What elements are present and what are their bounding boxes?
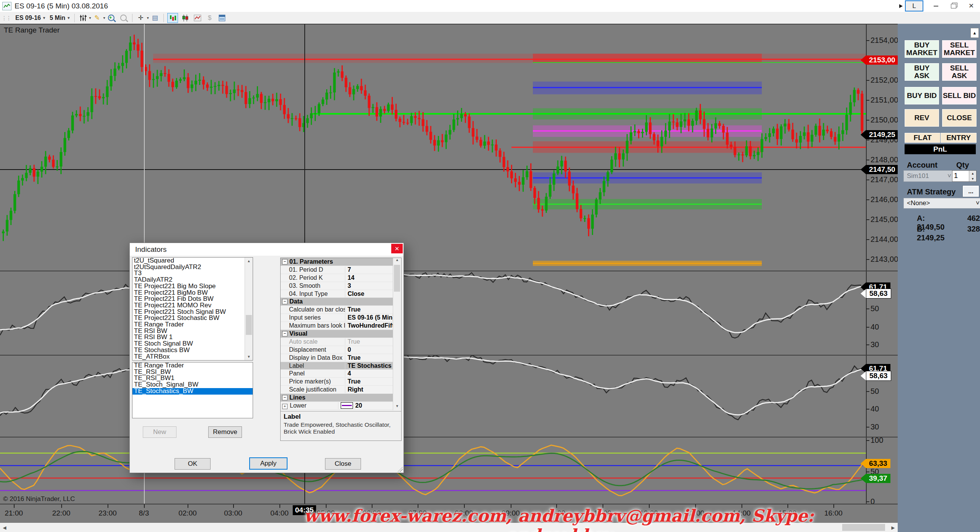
scroll-right-icon[interactable]: ►	[889, 523, 898, 532]
drawing-tools-icon[interactable]: ✎	[92, 13, 102, 23]
parameter-section[interactable]: −Data	[281, 298, 393, 306]
new-button: New	[143, 426, 176, 438]
chevron-down-icon[interactable]: ▾	[103, 16, 105, 20]
minimize-button[interactable]	[927, 0, 945, 12]
close-button[interactable]: ✕	[962, 0, 980, 12]
parameter-row[interactable]: +Lower20	[281, 402, 393, 410]
chevron-down-icon[interactable]: ▾	[147, 16, 149, 20]
parameter-section[interactable]: −Visual	[281, 330, 393, 338]
grid-scrollbar[interactable]: ▲ ▼	[393, 258, 401, 410]
chevron-down-icon: ˅	[976, 199, 980, 207]
account-select[interactable]: Sim101˅	[903, 170, 955, 182]
reverse-button[interactable]: REV	[905, 109, 939, 127]
snapshot-icon[interactable]: ▤	[150, 13, 160, 23]
indicators-icon[interactable]	[78, 13, 88, 23]
ok-button[interactable]: OK	[175, 458, 211, 470]
atm-strategy-select[interactable]: <None>˅	[903, 198, 980, 209]
sell-market-button[interactable]: SELL MARKET	[942, 40, 977, 58]
interval-dropdown[interactable]: 5 Min▾	[47, 13, 72, 23]
flat-button[interactable]: FLAT	[905, 133, 941, 143]
atm-options-button[interactable]: ...	[963, 186, 979, 197]
parameter-row[interactable]: Input seriesES 09-16 (5 Min)	[281, 314, 393, 322]
buy-market-button[interactable]: BUY MARKET	[905, 40, 939, 58]
buy-ask-button[interactable]: BUY ASK	[905, 63, 939, 81]
copyright-text: © 2016 NinjaTrader, LLC	[3, 495, 75, 503]
indicator-list-item[interactable]: TE Project221 Big Mo Slope	[132, 283, 253, 290]
axis-tick	[866, 239, 869, 240]
parameter-row[interactable]: 04. Input TypeClose	[281, 290, 393, 298]
indicator-list-item[interactable]: t2UtSquaredDailyATR2	[132, 264, 253, 271]
buy-bid-button[interactable]: BUY BID	[905, 87, 939, 104]
sell-bid-button[interactable]: SELL BID	[942, 87, 977, 104]
parameter-section[interactable]: −01. Parameters	[281, 258, 393, 266]
parameter-row[interactable]: Display in Data BoxTrue	[281, 354, 393, 362]
parameter-row[interactable]: LabelTE Stochastics BW	[281, 362, 393, 370]
dialog-close-button[interactable]: ✕	[391, 244, 403, 253]
horizontal-scrollbar[interactable]: ◄ ►	[0, 523, 898, 532]
time-tick	[372, 504, 372, 508]
time-axis[interactable]: 21:0022:0023:008/302:0003:0004:0005:0006…	[0, 504, 898, 522]
list-scrollbar[interactable]: ▲ ▼	[245, 258, 253, 360]
parameter-row[interactable]: Calculate on bar closTrue	[281, 306, 393, 314]
chart-style-line-icon[interactable]	[193, 13, 203, 23]
price-axis-line	[866, 24, 867, 504]
axis-tick	[866, 40, 869, 41]
parameter-row[interactable]: Maximum bars look lTwoHundredFiftySix	[281, 322, 393, 330]
maximize-button[interactable]	[945, 0, 962, 12]
toolbar-grip[interactable]: ⋮⋮	[2, 15, 11, 21]
scroll-left-icon[interactable]: ◄	[0, 523, 9, 532]
panel-scroll-up-icon[interactable]: ▲	[970, 28, 979, 38]
axis-tick-label: 2152,00	[871, 76, 898, 84]
instrument-dropdown[interactable]: ES 09-16▾	[13, 13, 47, 23]
collapse-icon[interactable]: −	[282, 259, 287, 264]
dialog-title: Indicators	[135, 245, 167, 254]
scroll-up-icon[interactable]: ▲	[245, 258, 253, 264]
available-indicators-list[interactable]: t2U_tSquaredt2UtSquaredDailyATR2T3TADail…	[132, 257, 253, 361]
parameters-grid[interactable]: −01. Parameters01. Period D702. Period K…	[280, 258, 402, 441]
expand-icon[interactable]: +	[282, 404, 287, 409]
link-cursor-icon	[899, 4, 903, 8]
chart-trader-icon[interactable]	[217, 13, 227, 23]
quantity-stepper[interactable]: 1 ▲▼	[952, 170, 977, 182]
parameter-row[interactable]: Panel4	[281, 370, 393, 378]
indicator-list-item[interactable]: TE_ATRBox	[132, 354, 253, 360]
dialog-title-bar[interactable]: Indicators ✕	[130, 243, 403, 256]
ninjatrader-chart-window: ES 09-16 (5 Min) 03.08.2016 L ✕ ⋮⋮ ES 09…	[0, 0, 980, 532]
parameter-row[interactable]: Displacement0	[281, 346, 393, 354]
parameter-row[interactable]: +Lower140	[281, 410, 393, 410]
parameter-row[interactable]: 03. Smooth3	[281, 282, 393, 290]
collapse-icon[interactable]: −	[282, 331, 287, 336]
time-tick-label: 11:00	[594, 509, 611, 517]
price-marker: 2149,25	[861, 130, 898, 139]
app-chart-icon	[2, 2, 11, 10]
crosshair-icon[interactable]: ✛	[136, 13, 146, 23]
axis-tick-label: 40	[871, 323, 879, 331]
scroll-down-icon[interactable]: ▼	[245, 353, 253, 360]
chevron-down-icon[interactable]: ▾	[89, 16, 91, 20]
chart-style-bars-icon[interactable]	[167, 13, 178, 23]
configured-indicators-list[interactable]: TE Range TraderTE_RSI_BWTE_RSI_BW1TE_Sto…	[132, 362, 253, 418]
chart-style-candles-icon[interactable]	[180, 13, 190, 23]
collapse-icon[interactable]: −	[282, 299, 287, 304]
main-price-panel[interactable]	[0, 24, 866, 271]
pnl-display: PnL	[905, 144, 976, 154]
parameter-row[interactable]: 01. Period D7	[281, 266, 393, 274]
configured-indicator-item[interactable]: TE_Stochastics_BW	[132, 388, 253, 395]
sell-ask-button[interactable]: SELL ASK	[942, 63, 977, 81]
remove-button[interactable]: Remove	[208, 426, 242, 438]
close-position-button[interactable]: CLOSE	[942, 109, 977, 127]
collapse-icon[interactable]: −	[282, 395, 287, 400]
scrollbar-thumb[interactable]	[842, 524, 885, 531]
zoom-in-icon[interactable]: +	[106, 13, 116, 23]
resize-grip[interactable]	[397, 467, 403, 472]
close-dialog-button[interactable]: Close	[325, 458, 361, 470]
parameter-section[interactable]: −Lines	[281, 394, 393, 402]
entry-button[interactable]: ENTRY	[941, 133, 977, 143]
axis-tick	[866, 327, 869, 328]
parameter-row[interactable]: Scale justificationRight	[281, 386, 393, 394]
apply-button[interactable]: Apply	[249, 457, 287, 470]
parameter-row[interactable]: Price marker(s)True	[281, 378, 393, 386]
parameter-row[interactable]: 02. Period K14	[281, 274, 393, 282]
link-button[interactable]: L	[905, 0, 923, 11]
parameter-row[interactable]: Auto scaleTrue	[281, 338, 393, 346]
